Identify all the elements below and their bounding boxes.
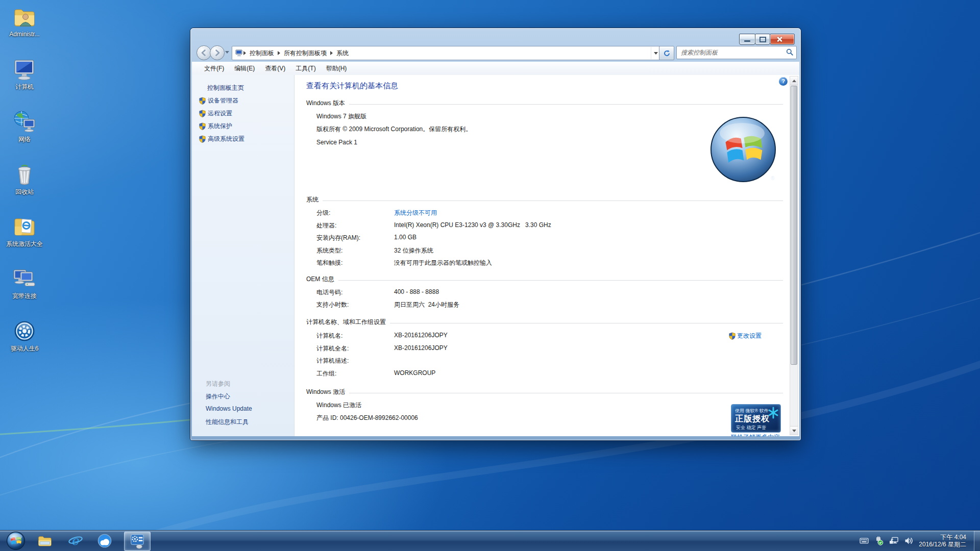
section-rule bbox=[349, 104, 783, 105]
section-header-label: 系统 bbox=[306, 195, 318, 204]
start-button[interactable] bbox=[6, 531, 26, 550]
search-input[interactable] bbox=[676, 46, 797, 59]
breadcrumb-control-panel[interactable]: 控制面板 bbox=[247, 49, 277, 58]
row-label: 工作组: bbox=[316, 369, 336, 378]
row-label: 处理器: bbox=[316, 221, 336, 230]
desktop-icon-network[interactable]: 网络 bbox=[4, 110, 45, 144]
menu-help[interactable]: 帮助(H) bbox=[321, 62, 352, 75]
menu-tools[interactable]: 工具(T) bbox=[290, 62, 321, 75]
forward-button[interactable] bbox=[210, 45, 225, 60]
section-header-label: Windows 激活 bbox=[306, 388, 345, 396]
page-title: 查看有关计算机的基本信息 bbox=[306, 81, 398, 91]
computer-name-value: XB-20161206JOPY bbox=[394, 332, 448, 339]
safely-remove-hardware-icon[interactable] bbox=[874, 536, 884, 545]
rating-unavailable-link[interactable]: 系统分级不可用 bbox=[394, 209, 437, 217]
user-folder-icon bbox=[12, 5, 37, 30]
scrollbar-thumb[interactable] bbox=[791, 86, 797, 365]
sidebar-item-windows-update[interactable]: Windows Update bbox=[206, 405, 252, 412]
desktop-icon-administrator[interactable]: Administr... bbox=[4, 5, 45, 38]
network-icon bbox=[12, 110, 37, 134]
uac-shield-icon bbox=[729, 332, 736, 340]
processor-value: Intel(R) Xeon(R) CPU E3-1230 v3 @ 3.30GH… bbox=[394, 221, 551, 229]
desktop-icon-label: 驱动人生6 bbox=[4, 344, 45, 353]
language-keyboard-icon[interactable] bbox=[860, 536, 869, 545]
sidebar: 控制面板主页 设备管理器 远程设置 系统保护 高级系统设置 另请参阅 bbox=[192, 75, 295, 436]
chevron-down-icon bbox=[654, 52, 658, 55]
taskbar-ie-button[interactable]: e bbox=[67, 533, 84, 549]
window-content: 控制面板主页 设备管理器 远程设置 系统保护 高级系统设置 另请参阅 bbox=[192, 75, 799, 436]
sidebar-item-advanced-settings[interactable]: 高级系统设置 bbox=[199, 135, 244, 143]
desktop-icon-label: 回收站 bbox=[4, 188, 45, 196]
refresh-button[interactable] bbox=[659, 46, 674, 60]
sidebar-item-device-manager[interactable]: 设备管理器 bbox=[199, 96, 238, 105]
desktop-icon-system-activation[interactable]: 系统激活大全 bbox=[4, 214, 45, 248]
breadcrumb-system[interactable]: 系统 bbox=[333, 49, 352, 58]
section-header-windows-edition: Windows 版本 bbox=[306, 99, 783, 108]
sidebar-item-performance-tools[interactable]: 性能信息和工具 bbox=[206, 418, 249, 427]
taskbar-clock[interactable]: 下午 4:04 2016/12/6 星期二 bbox=[919, 534, 966, 548]
recent-pages-dropdown[interactable] bbox=[225, 51, 229, 54]
desktop-icon-recycle-bin[interactable]: 回收站 bbox=[4, 162, 45, 196]
triangle-up-icon bbox=[792, 80, 796, 82]
recycle-bin-icon bbox=[12, 162, 37, 187]
phone-value: 400 - 888 - 8888 bbox=[394, 288, 439, 295]
change-settings-link[interactable]: 更改设置 bbox=[729, 332, 762, 340]
row-label: 计算机全名: bbox=[316, 344, 349, 353]
sidebar-item-label: 设备管理器 bbox=[208, 96, 238, 105]
desktop-icon-label: Administr... bbox=[4, 31, 45, 38]
row-label: 系统类型: bbox=[316, 246, 342, 255]
network-status-icon[interactable] bbox=[889, 536, 898, 545]
scroll-down-button[interactable] bbox=[790, 426, 798, 435]
sidebar-item-system-protection[interactable]: 系统保护 bbox=[199, 122, 232, 131]
svg-text:®: ® bbox=[771, 176, 775, 181]
computer-icon bbox=[12, 57, 37, 82]
activation-folder-icon bbox=[12, 214, 37, 239]
genuine-windows-badge[interactable]: 使用 微软® 软件 正版授权 安全 稳定 声誉 bbox=[731, 404, 781, 433]
back-arrow-icon bbox=[200, 48, 208, 57]
taskbar: e bbox=[0, 530, 980, 551]
section-header-label: Windows 版本 bbox=[306, 99, 345, 108]
taskbar-browser-button[interactable] bbox=[96, 533, 113, 549]
sidebar-item-remote-settings[interactable]: 远程设置 bbox=[199, 109, 232, 118]
desktop-icon-driver-life[interactable]: 驱动人生6 bbox=[4, 319, 45, 353]
desktop-icon-computer[interactable]: 计算机 bbox=[4, 57, 45, 91]
taskbar-system-window-button-active[interactable] bbox=[124, 532, 151, 551]
system-properties-window: 控制面板 所有控制面板项 系统 bbox=[190, 28, 801, 440]
system-type-value: 32 位操作系统 bbox=[394, 246, 433, 255]
taskbar-explorer-button[interactable] bbox=[36, 533, 53, 549]
search-box bbox=[676, 46, 797, 59]
address-bar[interactable]: 控制面板 所有控制面板项 系统 bbox=[232, 46, 661, 60]
badge-line2: 正版授权 bbox=[735, 414, 770, 424]
vertical-scrollbar[interactable] bbox=[790, 76, 798, 435]
see-also-header: 另请参阅 bbox=[206, 380, 230, 388]
volume-icon[interactable] bbox=[904, 536, 913, 545]
row-label: 分级: bbox=[316, 209, 330, 217]
system-page-icon bbox=[235, 49, 243, 57]
menu-file[interactable]: 文件(F) bbox=[199, 62, 229, 75]
show-desktop-button[interactable] bbox=[974, 531, 980, 551]
triangle-down-icon bbox=[792, 430, 796, 432]
genuine-star-icon bbox=[767, 406, 779, 419]
sidebar-item-control-panel-home[interactable]: 控制面板主页 bbox=[207, 84, 244, 92]
row-label: 计算机描述: bbox=[316, 357, 349, 365]
change-settings-label: 更改设置 bbox=[737, 332, 762, 340]
help-icon[interactable]: ? bbox=[779, 77, 788, 86]
section-header-system: 系统 bbox=[306, 195, 783, 204]
uac-shield-icon bbox=[199, 110, 206, 117]
section-rule bbox=[390, 323, 783, 323]
breadcrumb-all-items[interactable]: 所有控制面板项 bbox=[281, 49, 330, 58]
desktop-icon-label: 网络 bbox=[4, 135, 45, 144]
sidebar-item-label: 高级系统设置 bbox=[208, 135, 244, 143]
scroll-up-button[interactable] bbox=[790, 77, 798, 85]
menu-view[interactable]: 查看(V) bbox=[260, 62, 290, 75]
back-button[interactable] bbox=[197, 45, 211, 60]
desktop-icon-broadband[interactable]: 宽带连接 bbox=[4, 266, 45, 300]
menu-edit[interactable]: 编辑(E) bbox=[229, 62, 260, 75]
desktop: Administr... 计算机 网络 bbox=[0, 0, 980, 551]
clock-time: 下午 4:04 bbox=[919, 534, 966, 541]
search-icon[interactable] bbox=[786, 48, 794, 56]
sidebar-item-action-center[interactable]: 操作中心 bbox=[206, 392, 230, 401]
svg-text:e: e bbox=[71, 533, 80, 548]
section-header-oem: OEM 信息 bbox=[306, 275, 783, 284]
learn-more-online-link[interactable]: 联机了解更多内容 bbox=[731, 433, 780, 436]
